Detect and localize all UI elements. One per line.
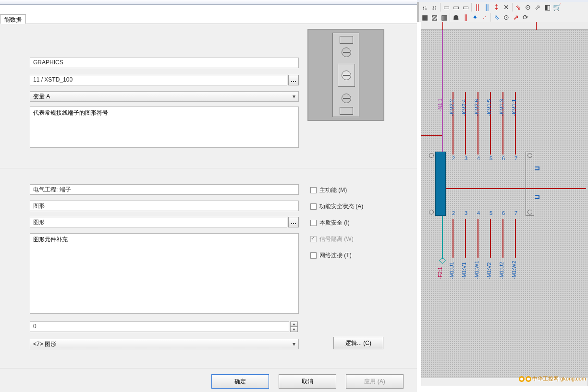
figure2-field[interactable]: 图形: [30, 217, 287, 227]
ruler-horizontal: [421, 22, 588, 30]
ok-button[interactable]: 确定: [211, 374, 269, 389]
symbol-preview: [307, 29, 384, 121]
spin-up[interactable]: ▲: [290, 321, 298, 327]
rep-value: <7> 图形: [33, 341, 56, 347]
toolbar-icon[interactable]: ▭: [452, 3, 460, 11]
watermark-text: 中华工控网 gkong.com: [532, 375, 586, 382]
top-wire-label: -KM1:5: [486, 110, 492, 116]
apply-label: 应用 (A): [364, 378, 385, 386]
figure2-value: 图形: [33, 219, 45, 226]
rep-type-combo[interactable]: <7> 图形: [30, 339, 299, 349]
intrinsic-checkbox[interactable]: [310, 220, 317, 226]
ok-label: 确定: [234, 378, 246, 386]
toolbar-icon[interactable]: ‡: [493, 3, 501, 11]
toolbar-icon[interactable]: ⇖: [493, 13, 501, 21]
toolbar-icon[interactable]: ✕: [502, 3, 510, 11]
signal-iso-checkbox: [310, 236, 317, 242]
toolbar-icon[interactable]: ▭: [442, 3, 450, 11]
cancel-button[interactable]: 取消: [279, 374, 336, 389]
toolbar-icon[interactable]: ⎌: [421, 3, 429, 11]
watermark: 中华工控网 gkong.com: [519, 375, 586, 382]
safety-state-label: 功能安全状态 (A): [319, 202, 363, 211]
terminal-block-right[interactable]: [526, 152, 534, 216]
titlebar-fragment: [0, 0, 417, 5]
safety-state-row: 功能安全状态 (A): [310, 202, 363, 211]
ruler-mark-1: [442, 22, 443, 30]
main-func-label: 主功能 (M): [319, 186, 347, 194]
main-func-checkbox[interactable]: [310, 187, 317, 193]
toolbar-icon[interactable]: ☗: [452, 13, 460, 21]
net-conn-checkbox[interactable]: [310, 252, 317, 259]
description-value: 代表常规接线端子的图形符号: [33, 109, 108, 116]
dialog-button-bar: 确定 取消 应用 (A): [0, 368, 417, 392]
toolbar-icon[interactable]: ◧: [543, 3, 551, 11]
toolbar-icon[interactable]: ⊙: [502, 13, 510, 21]
bot-net-wire: [442, 216, 443, 259]
definition-value: 电气工程: 端子: [33, 186, 71, 193]
description-textarea[interactable]: 代表常规接线端子的图形符号: [30, 107, 299, 148]
schematic-canvas[interactable]: -N1:1 -KM2:22-KM2:43-KM2:64-KM1:55-KM1:3…: [421, 30, 588, 378]
toolbar-icon[interactable]: ⇗: [534, 3, 541, 11]
figure2-browse-button[interactable]: …: [288, 217, 299, 227]
toolbar-icon[interactable]: ⊙: [524, 3, 532, 11]
figure1-field[interactable]: 图形: [30, 201, 299, 211]
toolbar-icon[interactable]: ||: [474, 3, 481, 11]
toolbar-icon[interactable]: ⟋: [481, 13, 489, 21]
toolbar-icon[interactable]: ▨: [430, 13, 438, 21]
mid-pin-label: 5: [488, 210, 494, 216]
top-wire-label: -KM1:3: [499, 110, 504, 116]
toolbar-icon[interactable]: ▦: [421, 13, 429, 21]
toolbar-icon[interactable]: ⟳: [522, 13, 529, 21]
graphics-field[interactable]: GRAPHICS: [30, 58, 299, 68]
gear-icon: [519, 376, 525, 382]
toolbar-separator: [471, 3, 472, 12]
variant-value: 变量 A: [33, 93, 50, 100]
bot-wire: [465, 219, 466, 258]
variant-combo[interactable]: 变量 A: [30, 91, 299, 102]
figure-fill-textarea[interactable]: 图形元件补充: [30, 233, 299, 314]
toolbar-icon[interactable]: 🛒: [553, 3, 561, 11]
gear-icon: [526, 376, 531, 382]
pin-label: 2: [451, 155, 456, 161]
spin-field[interactable]: 0: [30, 321, 289, 332]
bot-wire-label: -M1:W2: [511, 273, 517, 279]
mid-pin-label: 4: [476, 210, 481, 216]
tab-label: 能数据: [4, 16, 22, 23]
toolbar-icon[interactable]: ‖: [462, 13, 469, 21]
toolbar-icon[interactable]: ⎌: [430, 3, 438, 11]
spin-down[interactable]: ▼: [290, 327, 298, 332]
intrinsic-row: 本质安全 (I): [310, 218, 350, 227]
bot-net-label: -F2:1: [437, 273, 443, 279]
top-net-label: -N1:1: [437, 106, 443, 111]
bot-wire: [502, 219, 503, 258]
apply-button[interactable]: 应用 (A): [346, 374, 404, 389]
toolbar-icon[interactable]: ✦: [471, 13, 479, 21]
bot-wire-label: -M1:U1: [449, 273, 454, 279]
bot-wire: [490, 219, 491, 258]
toolbar-icon[interactable]: ⇘: [514, 3, 522, 11]
toolbar-icon[interactable]: ▭: [462, 3, 469, 11]
tab-main[interactable]: 能数据: [0, 14, 26, 24]
definition-field[interactable]: 电气工程: 端子: [30, 184, 299, 195]
logic-button[interactable]: 逻辑... (C): [333, 337, 383, 349]
toolbar-icon[interactable]: ⇗: [512, 13, 520, 21]
bot-wire-label: -M1:V2: [486, 273, 492, 279]
terminal-block-left[interactable]: [435, 152, 446, 216]
bot-wire-label: -M1:W1: [474, 273, 479, 279]
ruler-mark-2: [536, 22, 537, 30]
mid-pin-label: 3: [463, 210, 469, 216]
bot-wire-label: -M1:V1: [461, 273, 467, 279]
top-wire-label: -KM1:1: [511, 110, 517, 116]
figure1-value: 图形: [33, 202, 45, 209]
mid-pin-label: 6: [501, 210, 506, 216]
toolbar-separator: [440, 3, 441, 12]
toolbar-icon[interactable]: ▥: [440, 13, 448, 21]
toolbar-separator: [512, 3, 513, 12]
spin-buttons[interactable]: ▲▼: [290, 321, 298, 332]
symbol-field[interactable]: 11 / XSTD_100: [30, 75, 287, 85]
symbol-browse-button[interactable]: …: [288, 75, 299, 85]
net-conn-label: 网络连接 (T): [319, 251, 352, 260]
top-wire-label: -KM2:6: [474, 110, 479, 116]
toolbar-icon[interactable]: ||: [483, 3, 491, 11]
safety-state-checkbox[interactable]: [310, 203, 317, 210]
